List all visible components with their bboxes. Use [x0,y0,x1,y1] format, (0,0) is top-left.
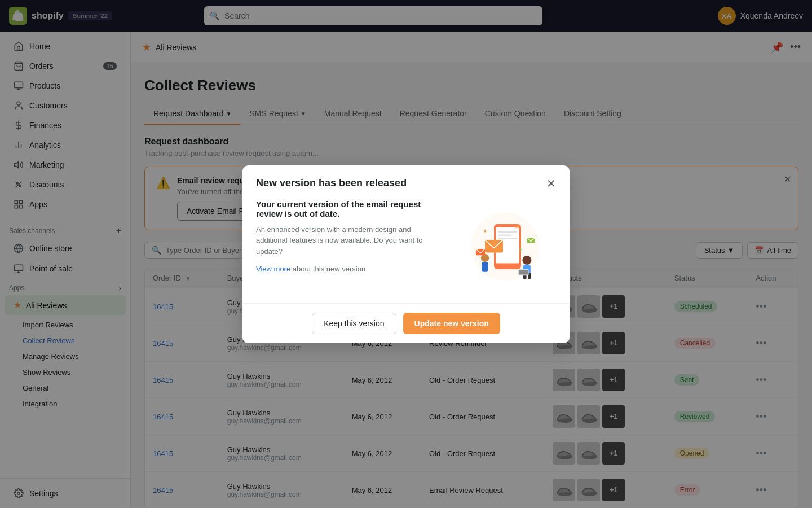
modal-close-button[interactable]: ✕ [546,177,556,190]
svg-text:✦: ✦ [519,247,523,252]
modal-view-more-suffix: about this new version [290,265,365,273]
modal-footer: Keep this version Update new version [242,303,570,343]
svg-text:✦: ✦ [483,228,487,234]
update-version-button[interactable]: Update new version [403,313,500,334]
svg-rect-52 [482,262,488,272]
modal-view-more-link[interactable]: View more [256,265,290,273]
svg-point-45 [522,256,531,265]
keep-version-button[interactable]: Keep this version [312,313,396,334]
modal-body: Your current version of the email reques… [242,199,570,303]
modal-title: New version has been released [256,177,407,189]
svg-rect-39 [498,234,511,235]
svg-rect-38 [498,231,517,233]
modal-header: New version has been released ✕ [242,165,570,199]
modal-view-more-line: View more about this new version [256,264,443,275]
modal-text-content: Your current version of the email reques… [256,199,443,290]
new-version-modal: New version has been released ✕ Your cur… [242,165,570,343]
svg-rect-50 [519,270,528,274]
modal-overlay[interactable]: New version has been released ✕ Your cur… [0,0,812,508]
svg-text:★: ★ [514,222,521,230]
svg-rect-40 [498,238,517,239]
modal-content-heading: Your current version of the email reques… [256,199,443,218]
modal-content-body: An enhanced version with a modern design… [256,224,443,257]
modal-illustration: ★ ✦ ✦ [454,199,556,290]
